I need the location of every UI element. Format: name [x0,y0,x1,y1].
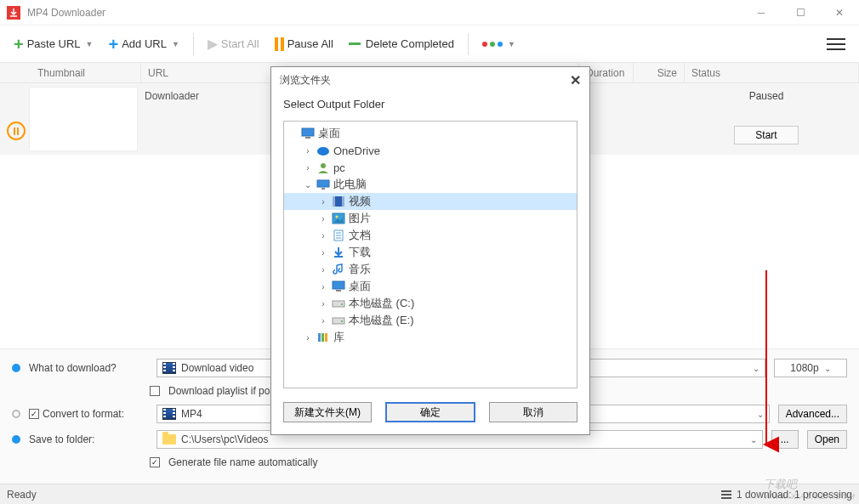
tree-node[interactable]: ›图片 [284,210,577,227]
dialog-close-button[interactable]: ✕ [570,72,581,88]
expand-icon[interactable]: › [318,282,328,292]
folder-icon [162,434,176,445]
cancel-button[interactable]: 取消 [489,402,577,422]
tree-node-label: 音乐 [349,262,371,277]
paste-url-button[interactable]: +Paste URL▼ [9,32,98,56]
advanced-button[interactable]: Advanced... [778,405,847,423]
tree-node-label: 视频 [349,194,371,209]
delete-completed-button[interactable]: Delete Completed [344,34,459,54]
expand-icon[interactable]: › [318,248,328,258]
expand-icon[interactable]: › [303,333,313,343]
bullet-icon [12,435,20,444]
more-button[interactable]: ▼ [477,37,521,52]
desktop-icon [301,127,315,139]
expand-icon[interactable]: › [318,214,328,224]
resolution-select[interactable]: 1080p⌄ [774,359,847,377]
expand-icon[interactable]: › [303,146,313,156]
item-status-text: Paused [749,90,784,102]
chevron-down-icon: ⌄ [757,410,764,419]
tree-node-label: pc [333,161,345,174]
chevron-down-icon[interactable]: ▼ [86,40,94,48]
playlist-checkbox[interactable] [150,386,160,396]
gen-filename-label: Generate file name automatically [168,456,317,468]
tree-node-label: 此电脑 [333,177,367,192]
minimize-button[interactable]: ─ [742,0,781,25]
start-button[interactable]: Start [734,126,798,144]
new-folder-button[interactable]: 新建文件夹(M) [283,402,372,422]
header-status[interactable]: Status [685,63,859,82]
header-thumbnail[interactable]: Thumbnail [31,63,141,82]
pc-icon [316,178,330,190]
chevron-down-icon[interactable]: ▼ [172,40,179,48]
chevron-down-icon: ⌄ [750,435,757,445]
expand-icon[interactable]: ⌄ [303,180,313,190]
tree-node[interactable]: ›本地磁盘 (E:) [284,312,577,329]
toolbar: +Paste URL▼ +Add URL▼ ▶Start All Pause A… [0,25,859,63]
tree-node[interactable]: ›桌面 [284,278,577,295]
separator [193,33,194,55]
expand-icon[interactable]: › [318,316,328,326]
svg-rect-5 [321,188,325,190]
tree-node-label: 图片 [349,211,371,226]
user-icon [316,161,330,173]
expand-icon[interactable]: › [318,231,328,241]
dialog-title: 浏览文件夹 [280,73,331,88]
convert-label: Convert to format: [29,408,148,420]
svg-rect-18 [333,301,344,307]
tree-node[interactable]: ›本地磁盘 (C:) [284,295,577,312]
expand-icon[interactable]: › [318,299,328,309]
watermark: 下载吧 WWW.XIAZAIBA.COM [764,477,856,501]
tree-node[interactable]: ›库 [284,329,577,346]
convert-checkbox[interactable] [29,409,39,419]
titlebar: MP4 Downloader ─ ☐ ✕ [0,0,859,25]
start-all-button[interactable]: ▶Start All [202,32,265,55]
ok-button[interactable]: 确定 [385,402,475,422]
tree-node[interactable]: ›下载 [284,244,577,261]
tree-node[interactable]: ›文档 [284,227,577,244]
tree-node-label: OneDrive [333,144,380,157]
expand-icon[interactable]: › [318,197,328,207]
tree-node[interactable]: ›OneDrive [284,142,577,159]
tree-node[interactable]: ›pc [284,159,577,176]
disk-icon [332,314,345,326]
folder-tree[interactable]: 桌面›OneDrive›pc⌄此电脑›视频›图片›文档›下载›音乐›桌面›本地磁… [284,122,577,388]
item-size [626,87,677,151]
tree-node[interactable]: ›音乐 [284,261,577,278]
svg-point-19 [341,303,343,305]
app-icon [7,6,20,20]
doc-icon [332,229,345,241]
svg-rect-7 [333,196,335,207]
chevron-down-icon: ▼ [508,40,515,48]
browse-button[interactable]: ... [771,430,799,449]
tree-node-label: 下载 [349,245,371,260]
tree-node[interactable]: ›视频 [284,193,577,210]
tree-node-label: 桌面 [349,279,371,294]
film-icon [162,408,176,420]
expand-icon[interactable]: › [303,163,313,173]
plus-icon: + [108,36,118,53]
tree-node[interactable]: ⌄此电脑 [284,176,577,193]
add-url-button[interactable]: +Add URL▼ [103,32,184,56]
film-icon [162,362,176,374]
tree-node-label: 文档 [349,228,371,243]
gen-filename-checkbox[interactable] [150,457,160,467]
open-button[interactable]: Open [807,430,847,449]
pause-all-button[interactable]: Pause All [270,34,338,54]
close-button[interactable]: ✕ [820,0,859,25]
tree-node[interactable]: 桌面 [284,125,577,142]
bullet-icon [12,364,20,372]
status-ready: Ready [7,489,37,501]
thumbnail [29,87,138,151]
desktop-icon [332,280,345,292]
what-to-download-label: What to download? [29,362,148,374]
picture-icon [332,212,345,224]
app-title: MP4 Downloader [27,7,742,19]
onedrive-icon [316,144,330,156]
header-size[interactable]: Size [634,63,685,82]
svg-point-2 [317,147,329,156]
expand-icon[interactable]: › [318,265,328,275]
bullet-icon [12,410,20,418]
menu-button[interactable] [827,38,845,50]
maximize-button[interactable]: ☐ [781,0,820,25]
video-icon [332,195,345,207]
